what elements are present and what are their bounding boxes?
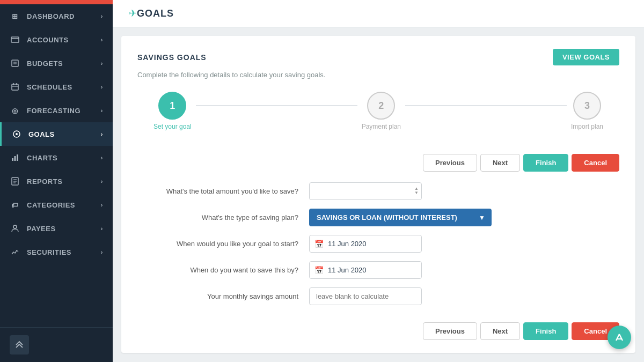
fab-button[interactable] [608, 326, 631, 349]
saving-type-select-wrapper: SAVINGS OR LOAN (WITHOUT INTEREST)SAVING… [309, 209, 492, 226]
sidebar-item-label: Reports [27, 178, 62, 186]
securities-icon [10, 247, 20, 257]
total-amount-label: What's the total amount you'd like to sa… [137, 187, 309, 195]
sidebar-item-forecasting[interactable]: ◎ Forecasting › [0, 99, 113, 122]
sidebar-item-label: Accounts [27, 36, 69, 44]
spinner-arrows[interactable]: ▲ ▼ [414, 187, 419, 196]
step-3: 3 Import plan [571, 92, 603, 130]
schedules-icon [10, 82, 20, 92]
step-line-2 [405, 105, 567, 106]
monthly-savings-input[interactable] [309, 287, 422, 305]
subtitle: Complete the following details to calcul… [137, 71, 619, 79]
saving-type-label: What's the type of saving plan? [137, 213, 309, 221]
charts-icon [10, 152, 20, 163]
sidebar-top-bar [0, 0, 113, 4]
sidebar-item-label: Categories [27, 201, 75, 209]
step-circle-1: 1 [158, 92, 186, 120]
monthly-savings-label: Your monthly savings amount [137, 292, 309, 300]
sidebar-item-budgets[interactable]: Budgets › [0, 51, 113, 75]
sidebar-item-label: Payees [27, 225, 56, 233]
chevron-icon: › [101, 36, 103, 43]
cancel-button-top[interactable]: Cancel [572, 154, 619, 172]
dashboard-icon: ⊞ [10, 11, 20, 21]
sidebar-item-label: Goals [28, 130, 55, 138]
previous-button-bottom[interactable]: Previous [423, 322, 477, 340]
next-button-bottom[interactable]: Next [480, 322, 520, 340]
chevron-icon: › [101, 249, 103, 255]
svg-point-18 [13, 225, 17, 228]
finish-button-top[interactable]: Finish [523, 154, 568, 172]
total-amount-row: What's the total amount you'd like to sa… [137, 182, 619, 200]
chevron-icon: › [101, 154, 103, 161]
svg-line-19 [619, 334, 623, 341]
card-header: Savings Goals VIEW GOALS [137, 49, 619, 65]
savings-form: What's the total amount you'd like to sa… [137, 182, 619, 305]
goal-end-date-wrapper: 📅 [309, 261, 422, 279]
step-label-1: Set your goal [153, 123, 192, 130]
previous-button-top[interactable]: Previous [423, 154, 477, 172]
accounts-icon [10, 34, 20, 45]
bottom-action-bar: Previous Next Finish Cancel [137, 315, 619, 340]
step-label-3: Import plan [571, 123, 603, 130]
payees-icon [10, 223, 20, 234]
goal-start-row: When would you like your goal to start? … [137, 235, 619, 253]
card-title: Savings Goals [137, 53, 207, 62]
step-1: 1 Set your goal [153, 92, 192, 130]
sidebar-item-categories[interactable]: 🏷 Categories › [0, 193, 113, 217]
step-circle-3: 3 [573, 92, 601, 120]
top-action-bar: Previous Next Finish Cancel [137, 146, 619, 172]
goal-end-row: When do you want to save this by? 📅 [137, 261, 619, 279]
steps-container: 1 Set your goal 2 Payment plan 3 Import … [137, 92, 619, 130]
svg-line-20 [616, 334, 619, 341]
chevron-icon: › [101, 131, 103, 137]
chevron-icon: › [101, 178, 103, 184]
chevron-icon: › [101, 13, 103, 19]
sidebar-item-goals[interactable]: Goals › [0, 122, 113, 146]
sidebar-item-label: Forecasting [27, 107, 80, 115]
forecasting-icon: ◎ [10, 105, 20, 116]
sidebar-item-label: Securities [27, 248, 71, 256]
svg-rect-5 [12, 84, 18, 90]
sidebar-item-securities[interactable]: Securities › [0, 240, 113, 264]
chevron-icon: › [101, 107, 103, 114]
goal-start-input[interactable] [309, 235, 422, 253]
sidebar-expand-button[interactable] [10, 335, 29, 354]
budgets-icon [10, 58, 20, 69]
saving-type-select[interactable]: SAVINGS OR LOAN (WITHOUT INTEREST)SAVING… [309, 209, 492, 226]
goal-start-date-wrapper: 📅 [309, 235, 422, 253]
chevron-icon: › [101, 202, 103, 208]
page-header: ✈ Goals [113, 0, 644, 27]
sidebar-item-reports[interactable]: Reports › [0, 169, 113, 193]
sidebar-item-label: Dashboard [27, 12, 75, 20]
svg-rect-2 [12, 60, 18, 67]
main-content: ✈ Goals Savings Goals VIEW GOALS Complet… [113, 0, 644, 362]
sidebar-bottom [0, 327, 113, 362]
view-goals-button[interactable]: VIEW GOALS [553, 49, 619, 65]
svg-rect-11 [12, 158, 13, 161]
total-amount-input[interactable] [309, 182, 422, 200]
step-circle-2: 2 [367, 92, 395, 120]
chevron-icon: › [101, 60, 103, 67]
savings-goals-card: Savings Goals VIEW GOALS Complete the fo… [121, 36, 635, 353]
svg-rect-12 [14, 156, 16, 161]
goal-end-input[interactable] [309, 261, 422, 279]
spinner-down-icon[interactable]: ▼ [414, 191, 419, 196]
sidebar-item-label: Charts [27, 154, 57, 162]
reports-icon [10, 176, 20, 187]
next-button-top[interactable]: Next [480, 154, 520, 172]
finish-button-bottom[interactable]: Finish [523, 322, 568, 340]
goal-end-label: When do you want to save this by? [137, 266, 309, 274]
goals-icon [11, 129, 22, 139]
sidebar-item-schedules[interactable]: Schedules › [0, 75, 113, 99]
sidebar: ⊞ Dashboard › Accounts › Budgets › Sched… [0, 0, 113, 362]
chevron-icon: › [101, 225, 103, 232]
sidebar-item-payees[interactable]: Payees › [0, 217, 113, 240]
saving-type-row: What's the type of saving plan? SAVINGS … [137, 209, 619, 226]
goal-start-label: When would you like your goal to start? [137, 240, 309, 248]
sidebar-item-dashboard[interactable]: ⊞ Dashboard › [0, 4, 113, 28]
svg-point-10 [16, 133, 18, 135]
sidebar-item-charts[interactable]: Charts › [0, 146, 113, 169]
goals-header-icon: ✈ [129, 8, 137, 19]
sidebar-item-label: Budgets [27, 60, 63, 68]
sidebar-item-accounts[interactable]: Accounts › [0, 28, 113, 51]
